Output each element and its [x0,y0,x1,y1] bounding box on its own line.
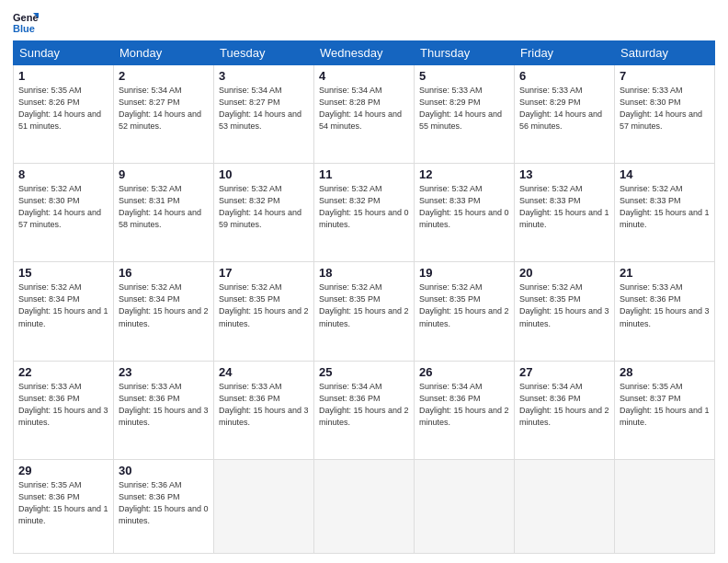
col-header-monday: Monday [114,41,214,65]
calendar-cell: 1Sunrise: 5:35 AMSunset: 8:26 PMDaylight… [14,65,114,164]
day-number: 9 [119,167,209,181]
calendar-cell: 4Sunrise: 5:34 AMSunset: 8:28 PMDaylight… [314,65,415,164]
calendar-cell: 17Sunrise: 5:32 AMSunset: 8:35 PMDayligh… [214,262,314,361]
day-number: 2 [119,69,209,83]
logo: General Blue [13,9,39,35]
calendar-cell: 11Sunrise: 5:32 AMSunset: 8:32 PMDayligh… [314,164,415,262]
calendar-cell: 18Sunrise: 5:32 AMSunset: 8:35 PMDayligh… [314,262,415,361]
day-number: 1 [18,69,108,83]
day-info: Sunrise: 5:32 AMSunset: 8:30 PMDaylight:… [18,183,108,231]
col-header-saturday: Saturday [615,41,715,65]
day-number: 18 [319,266,409,280]
page: General Blue SundayMondayTuesdayWednesda… [0,0,728,563]
calendar-cell: 29Sunrise: 5:35 AMSunset: 8:36 PMDayligh… [14,459,114,553]
calendar-week-row: 29Sunrise: 5:35 AMSunset: 8:36 PMDayligh… [14,459,715,553]
calendar-cell [515,459,615,553]
calendar-cell: 26Sunrise: 5:34 AMSunset: 8:36 PMDayligh… [415,361,515,459]
day-info: Sunrise: 5:32 AMSunset: 8:33 PMDaylight:… [620,183,710,231]
calendar-cell [415,459,515,553]
day-number: 30 [119,464,209,477]
day-info: Sunrise: 5:33 AMSunset: 8:36 PMDaylight:… [620,282,710,329]
day-info: Sunrise: 5:32 AMSunset: 8:32 PMDaylight:… [319,183,409,231]
day-number: 26 [419,365,509,379]
calendar-cell: 9Sunrise: 5:32 AMSunset: 8:31 PMDaylight… [114,164,214,262]
day-info: Sunrise: 5:34 AMSunset: 8:28 PMDaylight:… [319,85,409,132]
day-number: 25 [319,365,409,379]
calendar-cell: 6Sunrise: 5:33 AMSunset: 8:29 PMDaylight… [515,65,615,164]
day-number: 11 [319,167,409,181]
day-info: Sunrise: 5:35 AMSunset: 8:36 PMDaylight:… [18,479,108,527]
calendar-cell: 10Sunrise: 5:32 AMSunset: 8:32 PMDayligh… [214,164,314,262]
calendar-cell: 24Sunrise: 5:33 AMSunset: 8:36 PMDayligh… [214,361,314,459]
col-header-sunday: Sunday [14,41,114,65]
day-number: 13 [519,167,609,181]
day-number: 17 [219,266,309,280]
day-number: 27 [519,365,609,379]
day-info: Sunrise: 5:34 AMSunset: 8:36 PMDaylight:… [319,381,409,429]
day-number: 3 [219,69,309,83]
col-header-thursday: Thursday [415,41,515,65]
day-number: 28 [620,365,710,379]
calendar-cell: 20Sunrise: 5:32 AMSunset: 8:35 PMDayligh… [515,262,615,361]
day-info: Sunrise: 5:32 AMSunset: 8:34 PMDaylight:… [119,282,209,329]
day-number: 14 [620,167,710,181]
day-info: Sunrise: 5:35 AMSunset: 8:26 PMDaylight:… [18,85,108,132]
col-header-tuesday: Tuesday [214,41,314,65]
day-number: 23 [119,365,209,379]
col-header-wednesday: Wednesday [314,41,415,65]
calendar-cell: 16Sunrise: 5:32 AMSunset: 8:34 PMDayligh… [114,262,214,361]
calendar-cell: 23Sunrise: 5:33 AMSunset: 8:36 PMDayligh… [114,361,214,459]
calendar-table: SundayMondayTuesdayWednesdayThursdayFrid… [13,40,715,554]
day-info: Sunrise: 5:32 AMSunset: 8:35 PMDaylight:… [219,282,309,329]
day-number: 19 [419,266,509,280]
day-info: Sunrise: 5:32 AMSunset: 8:34 PMDaylight:… [18,282,108,329]
day-number: 4 [319,69,409,83]
day-number: 10 [219,167,309,181]
calendar-cell: 15Sunrise: 5:32 AMSunset: 8:34 PMDayligh… [14,262,114,361]
day-info: Sunrise: 5:33 AMSunset: 8:29 PMDaylight:… [419,85,509,132]
calendar-cell [214,459,314,553]
header: General Blue [13,9,715,35]
day-number: 29 [18,464,108,477]
day-info: Sunrise: 5:34 AMSunset: 8:36 PMDaylight:… [419,381,509,429]
calendar-cell: 28Sunrise: 5:35 AMSunset: 8:37 PMDayligh… [615,361,715,459]
day-number: 21 [620,266,710,280]
calendar-cell: 5Sunrise: 5:33 AMSunset: 8:29 PMDaylight… [415,65,515,164]
day-info: Sunrise: 5:33 AMSunset: 8:36 PMDaylight:… [18,381,108,429]
day-number: 5 [419,69,509,83]
day-info: Sunrise: 5:32 AMSunset: 8:32 PMDaylight:… [219,183,309,231]
day-number: 22 [18,365,108,379]
day-info: Sunrise: 5:35 AMSunset: 8:37 PMDaylight:… [620,381,710,429]
day-number: 8 [18,167,108,181]
calendar-cell: 13Sunrise: 5:32 AMSunset: 8:33 PMDayligh… [515,164,615,262]
calendar-cell [314,459,415,553]
day-info: Sunrise: 5:32 AMSunset: 8:33 PMDaylight:… [419,183,509,231]
calendar-cell: 25Sunrise: 5:34 AMSunset: 8:36 PMDayligh… [314,361,415,459]
calendar-cell: 21Sunrise: 5:33 AMSunset: 8:36 PMDayligh… [615,262,715,361]
day-number: 7 [620,69,710,83]
day-info: Sunrise: 5:34 AMSunset: 8:27 PMDaylight:… [119,85,209,132]
day-info: Sunrise: 5:34 AMSunset: 8:36 PMDaylight:… [519,381,609,429]
day-number: 15 [18,266,108,280]
calendar-cell: 27Sunrise: 5:34 AMSunset: 8:36 PMDayligh… [515,361,615,459]
day-info: Sunrise: 5:32 AMSunset: 8:31 PMDaylight:… [119,183,209,231]
day-info: Sunrise: 5:33 AMSunset: 8:30 PMDaylight:… [620,85,710,132]
day-number: 24 [219,365,309,379]
calendar-cell: 8Sunrise: 5:32 AMSunset: 8:30 PMDaylight… [14,164,114,262]
svg-text:Blue: Blue [13,23,35,34]
day-info: Sunrise: 5:33 AMSunset: 8:36 PMDaylight:… [219,381,309,429]
calendar-cell: 2Sunrise: 5:34 AMSunset: 8:27 PMDaylight… [114,65,214,164]
day-info: Sunrise: 5:34 AMSunset: 8:27 PMDaylight:… [219,85,309,132]
calendar-cell: 7Sunrise: 5:33 AMSunset: 8:30 PMDaylight… [615,65,715,164]
calendar-cell: 22Sunrise: 5:33 AMSunset: 8:36 PMDayligh… [14,361,114,459]
day-info: Sunrise: 5:32 AMSunset: 8:35 PMDaylight:… [319,282,409,329]
day-number: 12 [419,167,509,181]
calendar-cell: 3Sunrise: 5:34 AMSunset: 8:27 PMDaylight… [214,65,314,164]
day-info: Sunrise: 5:32 AMSunset: 8:35 PMDaylight:… [419,282,509,329]
day-info: Sunrise: 5:33 AMSunset: 8:36 PMDaylight:… [119,381,209,429]
calendar-week-row: 8Sunrise: 5:32 AMSunset: 8:30 PMDaylight… [14,164,715,262]
calendar-cell: 19Sunrise: 5:32 AMSunset: 8:35 PMDayligh… [415,262,515,361]
calendar-cell [615,459,715,553]
day-info: Sunrise: 5:33 AMSunset: 8:29 PMDaylight:… [519,85,609,132]
day-info: Sunrise: 5:32 AMSunset: 8:35 PMDaylight:… [519,282,609,329]
